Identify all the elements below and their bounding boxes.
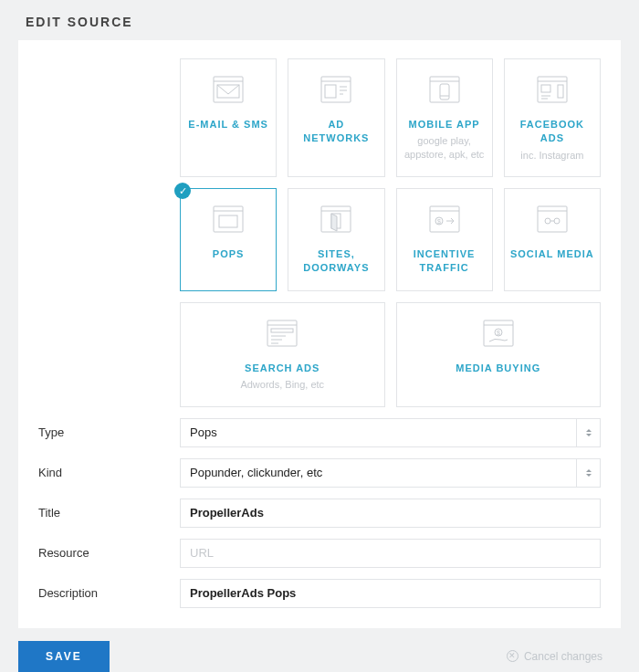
tile-incentive-traffic[interactable]: $ INCENTIVE TRAFFIC bbox=[396, 188, 493, 291]
input-description[interactable]: PropellerAds Pops bbox=[180, 579, 601, 608]
social-icon bbox=[510, 205, 594, 235]
label-title: Title bbox=[38, 499, 180, 520]
input-description-value: PropellerAds Pops bbox=[190, 586, 296, 600]
tile-email-sms[interactable]: E-MAIL & SMS bbox=[180, 58, 277, 177]
check-icon: ✓ bbox=[174, 183, 191, 199]
label-type: Type bbox=[38, 418, 180, 439]
select-type-value: Pops bbox=[190, 425, 217, 439]
svg-rect-36 bbox=[271, 329, 293, 332]
layout-icon bbox=[294, 76, 378, 105]
mobile-icon bbox=[403, 76, 487, 105]
tile-label: FACEBOOK ADS bbox=[510, 118, 594, 146]
tile-label: AD NETWORKS bbox=[294, 118, 378, 146]
chevron-updown-icon bbox=[576, 459, 600, 487]
tile-sub: google play, appstore, apk, etc bbox=[403, 134, 487, 161]
tile-label: MEDIA BUYING bbox=[403, 362, 595, 375]
select-type[interactable]: Pops bbox=[180, 418, 601, 447]
tile-sub: inc. Instagram bbox=[510, 149, 594, 162]
tile-facebook-ads[interactable]: FACEBOOK ADS inc. Instagram bbox=[504, 58, 601, 177]
hand-coin-icon: $ bbox=[403, 320, 595, 349]
svg-rect-5 bbox=[325, 85, 336, 98]
search-list-icon bbox=[186, 320, 379, 349]
tile-label: POPS bbox=[186, 247, 270, 261]
svg-point-31 bbox=[545, 218, 550, 224]
tile-mobile-app[interactable]: MOBILE APP google play, appstore, apk, e… bbox=[396, 58, 493, 177]
input-title[interactable]: PropellerAds bbox=[180, 499, 601, 528]
tile-label: SEARCH ADS bbox=[186, 362, 379, 375]
door-icon bbox=[294, 205, 378, 235]
ad-block-icon bbox=[510, 76, 594, 105]
page-title: EDIT SOURCE bbox=[26, 15, 621, 29]
svg-rect-9 bbox=[430, 77, 459, 102]
form-card: E-MAIL & SMS AD NETWORKS MOBILE APP bbox=[18, 40, 621, 628]
select-kind-value: Popunder, clickunder, etc bbox=[190, 466, 322, 479]
label-resource: Resource bbox=[38, 539, 180, 560]
tile-sites-doorways[interactable]: SITES, DOORWAYS bbox=[288, 188, 384, 291]
tile-sub: Adwords, Bing, etc bbox=[186, 378, 379, 391]
footer: SAVE ✕ Cancel changes bbox=[18, 628, 621, 672]
label-kind: Kind bbox=[38, 458, 180, 479]
tile-label: INCENTIVE TRAFFIC bbox=[403, 247, 487, 276]
svg-text:$: $ bbox=[437, 218, 441, 225]
label-description: Description bbox=[38, 579, 180, 600]
cancel-button[interactable]: ✕ Cancel changes bbox=[507, 650, 602, 663]
svg-text:$: $ bbox=[497, 330, 500, 336]
tile-label: SOCIAL MEDIA bbox=[510, 247, 594, 261]
chevron-updown-icon bbox=[576, 419, 600, 446]
svg-rect-15 bbox=[541, 85, 550, 92]
save-button[interactable]: SAVE bbox=[18, 641, 110, 672]
svg-rect-29 bbox=[538, 206, 567, 232]
svg-rect-34 bbox=[267, 320, 297, 346]
svg-point-32 bbox=[554, 218, 560, 224]
svg-rect-0 bbox=[214, 77, 243, 102]
svg-rect-16 bbox=[558, 85, 563, 98]
svg-rect-11 bbox=[440, 84, 449, 100]
grid-spacer bbox=[38, 58, 180, 66]
cancel-label: Cancel changes bbox=[524, 650, 602, 663]
input-resource-placeholder: URL bbox=[190, 546, 214, 560]
popup-icon bbox=[186, 205, 270, 235]
tile-ad-networks[interactable]: AD NETWORKS bbox=[288, 58, 384, 177]
svg-rect-25 bbox=[430, 206, 459, 232]
tile-media-buying[interactable]: $ MEDIA BUYING bbox=[396, 302, 602, 407]
incentive-icon: $ bbox=[403, 205, 487, 235]
envelope-icon bbox=[186, 76, 270, 105]
svg-rect-21 bbox=[219, 215, 237, 227]
tile-pops[interactable]: ✓ POPS bbox=[180, 188, 277, 291]
source-type-grid: E-MAIL & SMS AD NETWORKS MOBILE APP bbox=[180, 58, 601, 407]
select-kind[interactable]: Popunder, clickunder, etc bbox=[180, 458, 601, 488]
input-resource[interactable]: URL bbox=[180, 539, 601, 568]
tile-label: MOBILE APP bbox=[403, 118, 487, 131]
tile-label: E-MAIL & SMS bbox=[186, 118, 270, 131]
tile-label: SITES, DOORWAYS bbox=[294, 247, 378, 276]
tile-search-ads[interactable]: SEARCH ADS Adwords, Bing, etc bbox=[180, 302, 385, 407]
svg-rect-19 bbox=[214, 206, 243, 232]
svg-rect-2 bbox=[217, 85, 239, 98]
close-icon: ✕ bbox=[507, 650, 519, 662]
input-title-value: PropellerAds bbox=[190, 506, 264, 520]
tile-social-media[interactable]: SOCIAL MEDIA bbox=[504, 188, 601, 291]
